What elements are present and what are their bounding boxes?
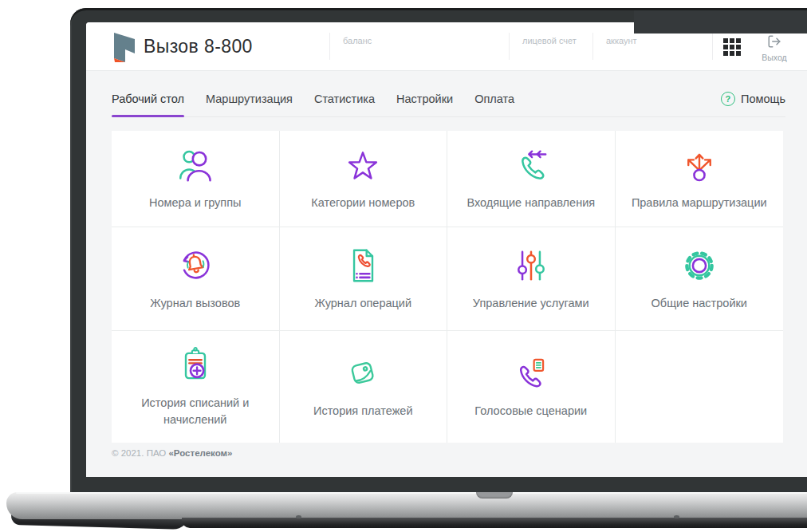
copyright-text: © 2021. ПАО «Ростелеком» bbox=[112, 448, 232, 458]
tab-payment[interactable]: Оплата bbox=[474, 81, 514, 116]
tile-label: Управление услугами bbox=[473, 295, 589, 312]
copyright-prefix: © 2021. ПАО bbox=[112, 448, 168, 458]
logout-icon bbox=[767, 34, 781, 49]
tile-label: Журнал операций bbox=[314, 295, 411, 312]
star-icon bbox=[343, 145, 383, 185]
laptop-base-edge bbox=[182, 518, 807, 528]
tile-operations-log[interactable]: Журнал операций bbox=[280, 227, 448, 331]
routing-icon bbox=[679, 145, 719, 185]
tile-label: История платежей bbox=[313, 403, 413, 420]
users-icon bbox=[175, 145, 215, 185]
tile-voice-scenarios[interactable]: Голосовые сценарии bbox=[447, 331, 616, 443]
balance-label: баланс bbox=[343, 36, 372, 45]
tile-label: Номера и группы bbox=[149, 195, 241, 211]
logout-label: Выход bbox=[754, 53, 794, 62]
dashboard-grid: Номера и группы Категории номеров Входящ… bbox=[112, 131, 783, 443]
operations-log-icon bbox=[343, 246, 383, 286]
account-label: аккаунт bbox=[606, 36, 637, 45]
header-divider bbox=[712, 33, 713, 60]
tile-label: Категории номеров bbox=[311, 195, 415, 211]
tile-label: Входящие направления bbox=[466, 195, 595, 211]
sliders-icon bbox=[511, 246, 551, 286]
tile-label: Голосовые сценарии bbox=[474, 403, 587, 420]
call-log-icon bbox=[175, 246, 215, 286]
tile-charges-history[interactable]: История списаний и начислений bbox=[112, 331, 280, 443]
tab-statistics[interactable]: Статистика bbox=[314, 81, 375, 116]
tile-routing-rules[interactable]: Правила маршрутизации bbox=[616, 131, 784, 227]
billing-history-icon bbox=[175, 345, 215, 385]
tile-label: Общие настройки bbox=[652, 295, 747, 312]
laptop-base bbox=[6, 492, 807, 519]
question-circle-icon: ? bbox=[721, 92, 735, 106]
tile-label: История списаний и начислений bbox=[124, 395, 266, 428]
laptop-lid-notch bbox=[476, 492, 513, 499]
apps-grid-icon[interactable] bbox=[723, 38, 741, 56]
tile-incoming-directions[interactable]: Входящие направления bbox=[447, 131, 616, 227]
tile-numbers-and-groups[interactable]: Номера и группы bbox=[112, 131, 280, 227]
logout-button[interactable]: Выход bbox=[754, 34, 794, 62]
main-nav: Рабочий стол Маршрутизация Статистика На… bbox=[112, 81, 785, 117]
laptop-base-dot bbox=[674, 515, 679, 518]
tile-payments-history[interactable]: История платежей bbox=[280, 331, 448, 443]
header-divider bbox=[509, 33, 510, 60]
tab-desktop[interactable]: Рабочий стол bbox=[112, 81, 184, 116]
help-link[interactable]: ? Помощь bbox=[721, 92, 785, 106]
page-title: Вызов 8-800 bbox=[144, 22, 253, 70]
laptop-base-dot bbox=[296, 515, 301, 518]
laptop-bezel-patch bbox=[634, 8, 807, 33]
voice-script-icon bbox=[511, 353, 551, 393]
header-divider bbox=[329, 33, 330, 60]
tile-label: Журнал вызовов bbox=[150, 295, 240, 312]
tile-call-log[interactable]: Журнал вызовов bbox=[112, 227, 280, 331]
personal-account-label: лицевой счет bbox=[522, 36, 577, 45]
help-label: Помощь bbox=[741, 93, 785, 105]
brand-logo-icon bbox=[110, 30, 137, 62]
tab-settings[interactable]: Настройки bbox=[396, 81, 453, 116]
tab-routing[interactable]: Маршрутизация bbox=[206, 81, 293, 116]
laptop-screen: Вызов 8-800 баланс лицевой счет аккаунт … bbox=[86, 22, 807, 477]
account-label-divider bbox=[592, 33, 593, 60]
tile-service-management[interactable]: Управление услугами bbox=[447, 227, 616, 331]
tile-general-settings[interactable]: Общие настройки bbox=[616, 227, 784, 331]
tile-number-categories[interactable]: Категории номеров bbox=[280, 131, 448, 227]
gear-icon bbox=[679, 246, 719, 286]
company-name: «Ростелеком» bbox=[168, 448, 232, 458]
incoming-call-icon bbox=[511, 145, 551, 185]
tile-label: Правила маршрутизации bbox=[632, 195, 767, 211]
wallet-icon bbox=[343, 353, 383, 393]
